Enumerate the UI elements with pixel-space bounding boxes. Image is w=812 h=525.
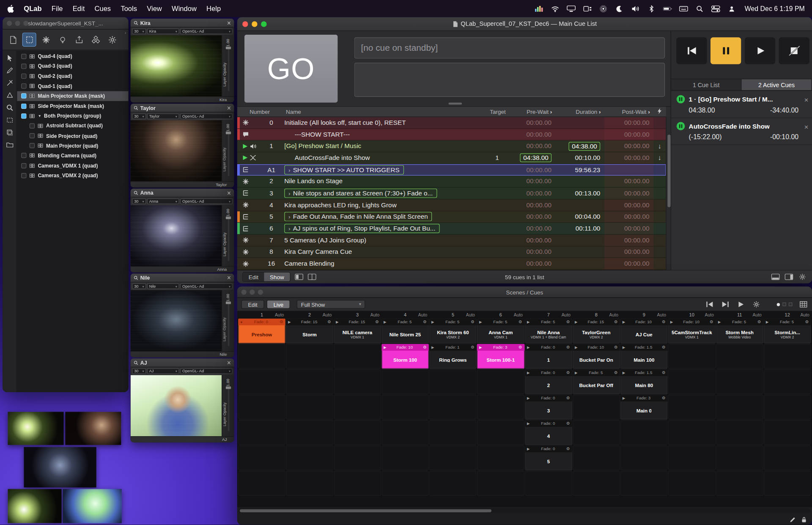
lock-icon[interactable] [801, 516, 807, 523]
layer-row-cameras-vdmx-2-quad[interactable]: Cameras_VDMX 2 (quad) [17, 170, 128, 180]
scene-cue-1[interactable]: ▶Fade: 0⚙1 [525, 344, 572, 369]
marquee-icon[interactable] [6, 117, 13, 124]
close-icon[interactable]: × [227, 359, 231, 366]
column-mode[interactable]: Auto [562, 312, 571, 317]
scene-cue-5[interactable]: ▶Fade: 0⚙5 [525, 445, 572, 470]
scene-cue-2[interactable]: ▶Fade: 0⚙2 [525, 369, 572, 394]
minimize-button[interactable] [252, 21, 257, 27]
scene-empty-cell[interactable] [238, 395, 285, 420]
scene-empty-cell[interactable] [716, 471, 763, 496]
slider-thumb[interactable] [225, 47, 230, 49]
close-button[interactable] [241, 289, 247, 294]
scene-empty-cell[interactable] [286, 395, 333, 420]
right-panel-icon[interactable] [785, 274, 793, 280]
cell-play-icon[interactable]: ▶ [623, 396, 625, 400]
scene-empty-cell[interactable] [668, 369, 716, 394]
preview-titlebar[interactable]: Anna× [131, 189, 234, 198]
scrollbar-thumb[interactable] [240, 509, 491, 512]
scene-cue-5camstormtrack[interactable]: ▶Fade: 10⚙5CamStormTrackVDMX 1 [668, 319, 716, 344]
scene-empty-cell[interactable] [764, 344, 811, 369]
cell-play-icon[interactable]: ▶ [623, 320, 625, 324]
scene-cue-nile-storm-25[interactable]: ▶Fade: 5⚙Nile Storm 25 [381, 319, 429, 344]
scene-empty-cell[interactable] [429, 471, 477, 496]
cell-play-icon[interactable]: ▶ [431, 346, 434, 349]
input-icon[interactable] [679, 5, 688, 12]
fx-select[interactable]: OpenGL- Ad▾ [180, 368, 233, 374]
running-cue-icon[interactable] [676, 122, 685, 131]
scene-empty-cell[interactable] [764, 420, 811, 445]
close-icon[interactable]: × [227, 274, 231, 281]
stop-cue-icon[interactable]: × [804, 123, 808, 130]
scene-column-10[interactable]: 10Auto [668, 311, 716, 319]
scene-cue-ring-grows[interactable]: ▶Fade: 1⚙Ring Grows [429, 344, 477, 369]
bottom-panel-icon[interactable] [771, 274, 780, 280]
layer-visibility-checkbox[interactable] [21, 163, 26, 168]
cell-play-icon[interactable]: ▶ [479, 320, 482, 324]
scene-empty-cell[interactable] [477, 445, 524, 470]
pause-all-button[interactable] [710, 37, 741, 64]
layer-visibility-checkbox[interactable] [21, 54, 26, 59]
scene-empty-cell[interactable] [238, 369, 285, 394]
vdmx-titlebar[interactable]: slowdangerSupercell_KST_... [3, 17, 129, 29]
divider-handle[interactable] [448, 102, 462, 104]
column-name[interactable]: Name [282, 109, 486, 115]
user-icon[interactable] [727, 5, 736, 12]
layer-visibility-checkbox[interactable] [21, 103, 26, 108]
view-square-icon[interactable] [782, 302, 786, 306]
scene-cue-preshow[interactable]: ●Fade: 0⚙Preshow [238, 319, 285, 344]
cell-play-icon[interactable]: ▶ [384, 320, 387, 324]
bulb-tool-icon[interactable] [55, 33, 69, 47]
cue-row-A1[interactable]: A1›SHOW START >> AUTO TRIGGERS00:00.0059… [237, 164, 666, 176]
scene-empty-cell[interactable] [334, 395, 381, 420]
cue-row-2[interactable]: 2Nile Lands on Stage00:00.0000:00.00 [237, 176, 666, 188]
cell-play-icon[interactable]: ▶ [479, 346, 482, 349]
close-button[interactable] [7, 20, 12, 25]
layer-visibility-checkbox[interactable] [21, 173, 26, 178]
scene-empty-cell[interactable] [668, 344, 716, 369]
cue-row-3[interactable]: 3›Nile stops and stares at Screen (7:30+… [237, 187, 666, 199]
layer-opacity-slider[interactable]: 1.00Layer Opacity [222, 375, 234, 436]
scene-empty-cell[interactable] [477, 471, 524, 496]
scene-empty-cell[interactable] [238, 420, 285, 445]
column-mode[interactable]: Auto [752, 312, 761, 317]
list-view-icon[interactable] [294, 274, 303, 280]
zoom-button[interactable] [23, 20, 28, 25]
stats-icon[interactable] [535, 5, 544, 12]
close-icon[interactable]: × [227, 19, 231, 26]
cell-gear-icon[interactable]: ⚙ [566, 345, 570, 349]
scene-empty-cell[interactable] [716, 369, 763, 394]
tab-2-active-cues[interactable]: 2 Active Cues [741, 79, 812, 90]
cue-name-box[interactable]: ›SHOW START >> AUTO TRIGGERS [284, 165, 403, 174]
preview-titlebar[interactable]: AJ× [131, 358, 234, 367]
slider-thumb[interactable] [225, 217, 230, 219]
cell-play-icon[interactable]: ▶ [527, 447, 530, 451]
scene-cue-nile-camera[interactable]: ▶Fade: 15⚙NILE cameraVDMX 1 [334, 319, 381, 344]
cue-row-1[interactable]: 1[Go] Preshow Start / Music00:00.0004:38… [237, 140, 666, 152]
cell-gear-icon[interactable]: ⚙ [805, 320, 809, 324]
gear-tool-icon[interactable] [105, 33, 119, 47]
disclosure-triangle-icon[interactable]: ▼ [38, 114, 41, 118]
scene-empty-cell[interactable] [668, 445, 716, 470]
export-tool-icon[interactable] [72, 33, 86, 47]
scene-empty-cell[interactable] [429, 395, 477, 420]
scene-cue-3[interactable]: ▶Fade: 0⚙3 [525, 395, 572, 420]
play-icon[interactable] [736, 301, 745, 308]
close-icon[interactable]: × [227, 104, 231, 111]
layer-row-cameras-vdmx-1-quad[interactable]: Cameras_VDMX 1 (quad) [17, 161, 128, 170]
control-icon[interactable] [711, 5, 720, 12]
running-cue-icon[interactable] [676, 95, 685, 104]
disclosure-icon[interactable]: › [288, 167, 290, 173]
layer-visibility-checkbox[interactable] [21, 63, 26, 69]
preview-titlebar[interactable]: Nile× [131, 274, 234, 283]
scene-empty-cell[interactable] [286, 445, 333, 470]
layer-row-astroid-subtract-quad[interactable]: Astroid Subtract (quad) [17, 121, 128, 131]
column-target[interactable]: Target [486, 109, 508, 115]
cell-play-icon[interactable]: ▶ [766, 320, 769, 324]
scene-empty-cell[interactable] [381, 471, 429, 496]
settings-gear-icon[interactable] [798, 274, 807, 280]
scene-empty-cell[interactable] [334, 420, 381, 445]
scene-empty-cell[interactable] [620, 445, 668, 470]
menu-view[interactable]: View [147, 5, 162, 12]
layer-opacity-slider[interactable]: 1.00Layer Opacity [222, 35, 234, 96]
cell-gear-icon[interactable]: ⚙ [757, 320, 761, 324]
